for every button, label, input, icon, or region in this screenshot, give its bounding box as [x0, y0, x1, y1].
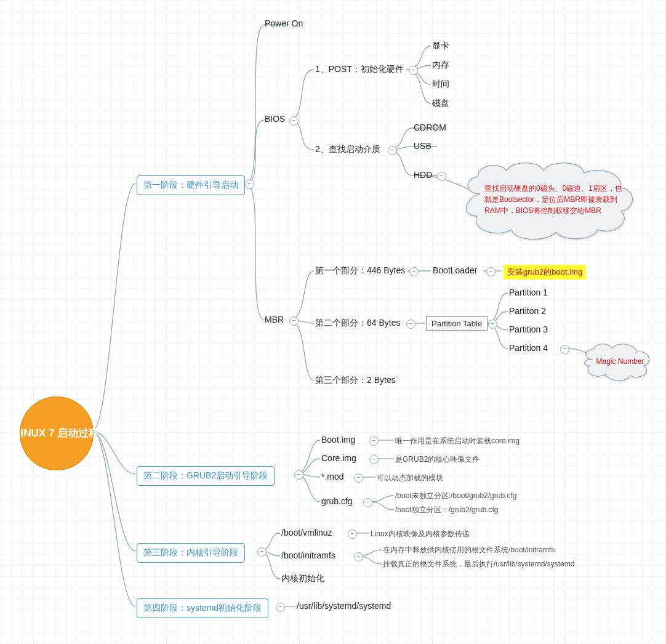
- toggle-icon[interactable]: −: [294, 470, 303, 480]
- desc-mod: 可以动态加载的模块: [377, 473, 443, 483]
- node-boot-media[interactable]: 2、查找启动介质: [315, 144, 380, 155]
- cloud-hdd-note: 查找启动硬盘的0磁头、0磁道、1扇区，也就是Bootsector，定位后MBR即…: [452, 157, 643, 243]
- node-grub-cfg[interactable]: grub.cfg: [321, 496, 353, 506]
- stage-1[interactable]: 第一阶段：硬件引导启动: [137, 175, 245, 195]
- node-initramfs[interactable]: /boot/initramfs: [281, 550, 335, 560]
- toggle-icon[interactable]: −: [289, 316, 299, 326]
- stage-3[interactable]: 第三阶段：内核引导阶段: [137, 543, 245, 563]
- toggle-icon[interactable]: −: [245, 180, 254, 189]
- toggle-icon[interactable]: −: [437, 172, 446, 181]
- node-post-item[interactable]: 磁盘: [432, 98, 449, 109]
- toggle-icon[interactable]: −: [354, 552, 363, 561]
- highlight-boot-img: 安装grub2的boot.img: [504, 265, 586, 280]
- stage-2[interactable]: 第二阶段：GRUB2启动引导阶段: [137, 466, 275, 486]
- node-mod[interactable]: *.mod: [321, 472, 344, 481]
- node-power-on[interactable]: Power On: [265, 18, 303, 28]
- node-media-usb[interactable]: USB: [414, 141, 431, 151]
- desc-grub-cfg-2: /boot独立分区：/grub2/grub.cfg: [395, 505, 498, 515]
- node-partition[interactable]: Partition 3: [509, 324, 548, 334]
- desc-grub-cfg-1: /boot未独立分区:/boot/grub2/grub.cfg: [395, 491, 516, 501]
- toggle-icon[interactable]: −: [560, 345, 569, 354]
- cloud-magic-number: Magic Number: [577, 340, 657, 383]
- desc-vmlinuz: Linux内核映像及内核参数传递: [371, 529, 470, 539]
- stage-1-label: 第一阶段：硬件引导启动: [143, 180, 238, 190]
- node-bootloader[interactable]: BootLoader: [433, 265, 477, 275]
- node-bios[interactable]: BIOS: [265, 114, 285, 124]
- toggle-icon[interactable]: −: [369, 437, 379, 446]
- node-media-hdd[interactable]: HDD: [414, 170, 432, 180]
- toggle-icon[interactable]: −: [354, 473, 363, 483]
- cloud-hdd-text: 查找启动硬盘的0磁头、0磁道、1扇区，也就是Bootsector，定位后MBR即…: [484, 183, 623, 216]
- toggle-icon[interactable]: −: [409, 267, 419, 276]
- node-partition[interactable]: Partition 1: [509, 288, 548, 297]
- cloud-magic-text: Magic Number: [591, 356, 649, 367]
- toggle-icon[interactable]: −: [409, 66, 418, 75]
- desc-initramfs-1: 在内存中释放供内核使用的根文件系统/boot/initramfs: [383, 545, 555, 555]
- node-media-cdrom[interactable]: CDROM: [414, 123, 446, 132]
- stage-4[interactable]: 第四阶段：systemd初始化阶段: [137, 598, 268, 618]
- toggle-icon[interactable]: −: [289, 116, 299, 126]
- toggle-icon[interactable]: −: [348, 529, 357, 539]
- node-partition[interactable]: Partiton 2: [509, 306, 546, 316]
- node-mbr-p2[interactable]: 第二个部分：64 Bytes: [315, 318, 400, 329]
- stage-2-label: 第二阶段：GRUB2启动引导阶段: [143, 470, 268, 480]
- node-post-item[interactable]: 时间: [432, 79, 449, 90]
- node-mbr[interactable]: MBR: [265, 315, 284, 324]
- node-kernel-init[interactable]: 内核初始化: [281, 573, 324, 584]
- node-post-item[interactable]: 内存: [432, 60, 449, 71]
- toggle-icon[interactable]: −: [257, 547, 267, 557]
- stage-4-label: 第四阶段：systemd初始化阶段: [143, 603, 262, 613]
- desc-core-img: 是GRUB2的核心映像文件: [395, 454, 479, 465]
- desc-initramfs-2: 挂载真正的根文件系统，最后执行/usr/lib/systemd/systemd: [383, 559, 574, 570]
- node-mbr-p1[interactable]: 第一个部分：446 Bytes: [315, 265, 405, 276]
- toggle-icon[interactable]: −: [406, 320, 415, 329]
- node-post-item[interactable]: 显卡: [432, 41, 449, 52]
- node-boot-img[interactable]: Boot.img: [321, 435, 355, 445]
- desc-boot-img: 唯一作用是在系统启动时装载core.img: [395, 436, 520, 446]
- toggle-icon[interactable]: −: [276, 603, 285, 612]
- toggle-icon[interactable]: −: [363, 498, 372, 507]
- node-systemd-path[interactable]: /usr/lib/systemd/systemd: [297, 601, 391, 611]
- node-core-img[interactable]: Core.img: [321, 453, 356, 463]
- toggle-icon[interactable]: −: [369, 455, 379, 464]
- stage-3-label: 第三阶段：内核引导阶段: [143, 547, 238, 557]
- node-vmlinuz[interactable]: /boot/vmlinuz: [281, 528, 332, 537]
- node-partition[interactable]: Partition 4: [509, 343, 548, 353]
- toggle-icon[interactable]: −: [486, 267, 495, 276]
- node-mbr-p3[interactable]: 第三个部分：2 Bytes: [315, 375, 396, 386]
- root-label: LINUX 7 启动过程: [14, 426, 99, 441]
- toggle-icon[interactable]: −: [488, 320, 497, 329]
- node-post[interactable]: 1、POST：初始化硬件: [315, 64, 404, 75]
- node-partition-table[interactable]: Partition Table: [426, 316, 487, 331]
- root-node[interactable]: LINUX 7 启动过程: [20, 396, 94, 470]
- toggle-icon[interactable]: −: [388, 146, 397, 155]
